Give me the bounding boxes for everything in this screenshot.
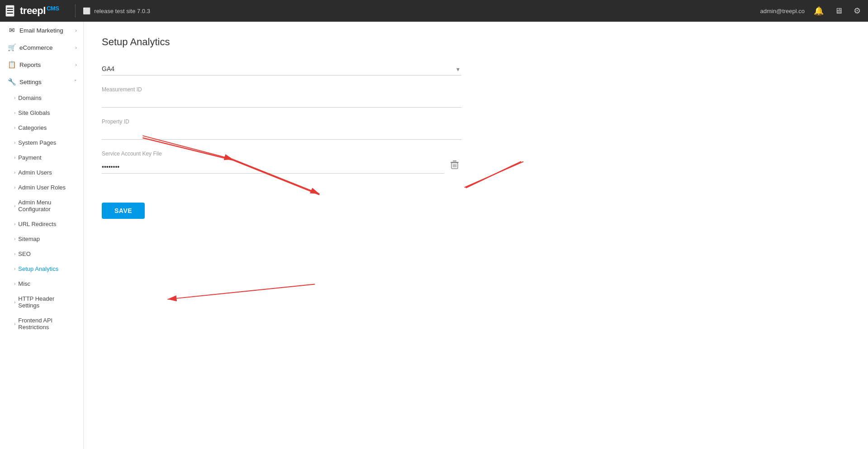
chevron-icon: › <box>14 125 15 130</box>
logo-cms: CMS <box>47 5 59 12</box>
property-id-group: Property ID <box>102 118 850 140</box>
menu-toggle-button[interactable]: ☰ <box>5 5 14 17</box>
analytics-type-select-wrapper: GA4 Universal Analytics <box>102 62 461 76</box>
site-info: ⬜ release test site 7.0.3 <box>83 7 150 14</box>
service-account-key-group: Service Account Key File <box>102 151 850 174</box>
sidebar-item-admin-users[interactable]: › Admin Users <box>0 165 83 180</box>
sidebar-label-sitemap: Sitemap <box>18 236 40 242</box>
sidebar-item-domains[interactable]: › Domains <box>0 90 83 105</box>
service-account-key-input[interactable] <box>102 161 444 174</box>
sidebar-label-settings: Settings <box>19 79 42 85</box>
reports-icon: 📋 <box>8 61 16 69</box>
sidebar-label-frontend-api-restrictions: Frontend API Restrictions <box>18 317 77 331</box>
sidebar-label-system-pages: System Pages <box>18 139 56 146</box>
sidebar-item-system-pages[interactable]: › System Pages <box>0 135 83 150</box>
chevron-icon: › <box>14 155 15 160</box>
service-account-key-input-wrapper <box>102 159 461 174</box>
sidebar-item-email-marketing[interactable]: ✉ Email Marketing › <box>0 22 83 39</box>
sidebar-label-admin-menu-configurator: Admin Menu Configurator <box>18 199 77 213</box>
chevron-icon: › <box>14 281 15 286</box>
sidebar-item-url-redirects[interactable]: › URL Redirects <box>0 217 83 232</box>
chevron-icon: › <box>14 95 15 100</box>
page-title: Setup Analytics <box>102 36 850 48</box>
sidebar-label-categories: Categories <box>18 124 47 131</box>
trash-icon <box>451 161 459 170</box>
property-id-input[interactable] <box>102 127 461 140</box>
chevron-icon: › <box>75 62 77 67</box>
email-marketing-icon: ✉ <box>8 26 16 34</box>
sidebar-label-admin-users: Admin Users <box>18 169 52 176</box>
chevron-icon: › <box>75 28 77 33</box>
sidebar-item-setup-analytics[interactable]: › Setup Analytics <box>0 261 83 276</box>
sidebar-label-seo: SEO <box>18 250 30 257</box>
chevron-icon: › <box>14 222 15 227</box>
user-email: admin@treepl.co <box>760 8 805 14</box>
top-navigation: ☰ treeplCMS ⬜ release test site 7.0.3 ad… <box>0 0 868 22</box>
sidebar: ✉ Email Marketing › 🛒 eCommerce › 📋 Repo… <box>0 22 84 449</box>
chevron-icon: › <box>14 140 15 145</box>
logo-text: treeplCMS <box>20 5 59 17</box>
chevron-icon: › <box>75 45 77 50</box>
logo: treeplCMS <box>20 5 59 17</box>
measurement-id-label: Measurement ID <box>102 86 850 93</box>
sidebar-label-payment: Payment <box>18 154 41 161</box>
ecommerce-icon: 🛒 <box>8 43 16 52</box>
sidebar-item-misc[interactable]: › Misc <box>0 276 83 291</box>
chevron-icon: › <box>14 251 15 256</box>
sidebar-item-admin-menu-configurator[interactable]: › Admin Menu Configurator <box>0 195 83 217</box>
sidebar-item-frontend-api-restrictions[interactable]: › Frontend API Restrictions <box>0 313 83 335</box>
sidebar-label-misc: Misc <box>18 280 30 287</box>
sidebar-label-domains: Domains <box>18 95 41 101</box>
sidebar-item-site-globals[interactable]: › Site Globals <box>0 105 83 120</box>
chevron-down-icon: ˅ <box>74 79 77 85</box>
chevron-icon: › <box>14 203 15 208</box>
sidebar-item-reports[interactable]: 📋 Reports › <box>0 56 83 73</box>
nav-divider <box>75 4 76 18</box>
sidebar-label-setup-analytics: Setup Analytics <box>18 265 58 272</box>
measurement-id-input[interactable] <box>102 95 461 108</box>
analytics-type-select[interactable]: GA4 Universal Analytics <box>102 62 461 76</box>
main-layout: ✉ Email Marketing › 🛒 eCommerce › 📋 Repo… <box>0 22 868 449</box>
sidebar-item-admin-user-roles[interactable]: › Admin User Roles <box>0 180 83 195</box>
sidebar-label-http-header-settings: HTTP Header Settings <box>18 295 77 309</box>
property-id-label: Property ID <box>102 118 850 125</box>
main-wrapper: Setup Analytics GA4 Universal Analytics … <box>84 22 868 449</box>
chevron-icon: › <box>14 170 15 175</box>
sidebar-item-ecommerce[interactable]: 🛒 eCommerce › <box>0 39 83 56</box>
site-icon: ⬜ <box>83 7 90 14</box>
chevron-icon: › <box>14 321 15 326</box>
sidebar-label-admin-user-roles: Admin User Roles <box>18 184 66 191</box>
settings-button[interactable]: ⚙ <box>852 4 863 18</box>
sidebar-item-payment[interactable]: › Payment <box>0 150 83 165</box>
sidebar-label-reports: Reports <box>19 61 41 68</box>
service-account-key-label: Service Account Key File <box>102 151 850 157</box>
nav-right: admin@treepl.co 🔔 🖥 ⚙ <box>760 4 863 18</box>
chevron-icon: › <box>14 185 15 190</box>
sidebar-item-settings[interactable]: 🔧 Settings ˅ <box>0 73 83 90</box>
sidebar-item-http-header-settings[interactable]: › HTTP Header Settings <box>0 291 83 313</box>
sidebar-label-email-marketing: Email Marketing <box>19 27 63 34</box>
sidebar-item-categories[interactable]: › Categories <box>0 120 83 135</box>
settings-icon: 🔧 <box>8 78 16 86</box>
sidebar-label-site-globals: Site Globals <box>18 109 50 116</box>
sidebar-item-sitemap[interactable]: › Sitemap <box>0 232 83 246</box>
sidebar-label-url-redirects: URL Redirects <box>18 221 56 227</box>
sidebar-item-seo[interactable]: › SEO <box>0 246 83 261</box>
notifications-button[interactable]: 🔔 <box>812 4 825 18</box>
svg-rect-1 <box>453 161 456 161</box>
delete-key-button[interactable] <box>448 159 461 174</box>
sidebar-label-ecommerce: eCommerce <box>19 44 53 51</box>
measurement-id-group: Measurement ID <box>102 86 850 108</box>
site-name: release test site 7.0.3 <box>94 8 150 14</box>
chevron-icon: › <box>14 266 15 271</box>
chevron-icon: › <box>14 110 15 115</box>
main-content: Setup Analytics GA4 Universal Analytics … <box>84 22 868 449</box>
save-button[interactable]: SAVE <box>102 203 145 219</box>
monitor-button[interactable]: 🖥 <box>833 5 844 18</box>
chevron-icon: › <box>14 300 15 305</box>
chevron-icon: › <box>14 236 15 241</box>
analytics-type-group: GA4 Universal Analytics <box>102 62 850 76</box>
